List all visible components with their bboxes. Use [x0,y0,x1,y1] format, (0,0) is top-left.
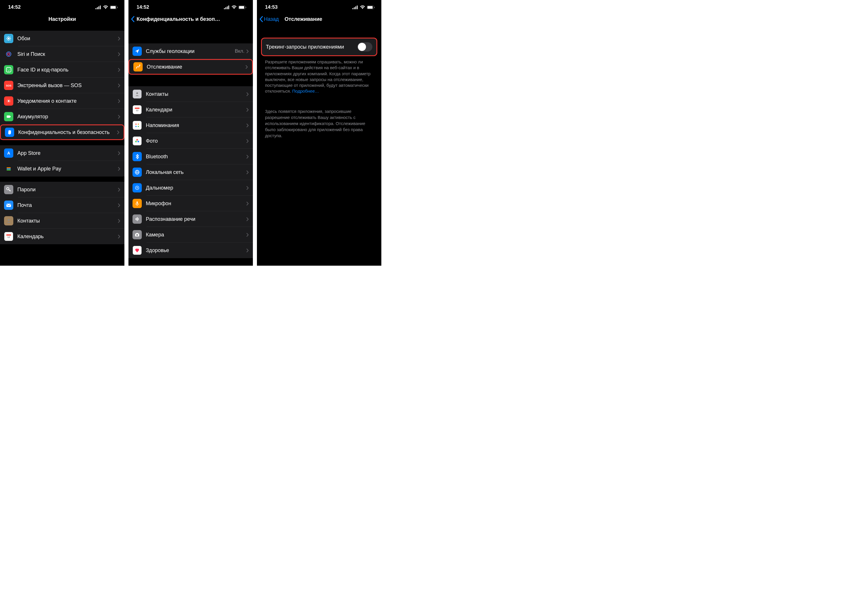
back-button[interactable]: Назад [259,16,279,22]
svg-point-55 [135,141,137,143]
svg-text:A: A [7,151,10,155]
contacts-icon [4,216,13,225]
svg-rect-48 [135,108,140,109]
svg-point-45 [139,65,140,66]
settings-row[interactable]: Микрофон [129,195,253,211]
settings-row[interactable]: Аккумулятор [0,109,124,124]
svg-rect-43 [239,6,244,9]
tracking-toggle[interactable] [357,42,372,51]
svg-rect-62 [136,201,138,204]
tracking-description: Разрешите приложениям спрашивать, можно … [257,56,381,95]
tracking-requests-row[interactable]: Трекинг-запросы приложениями [261,38,377,56]
settings-row[interactable]: Face ID и код-пароль [0,62,124,77]
key-icon [4,185,13,194]
settings-row[interactable]: 12Календари [129,102,253,118]
switch-knob [358,43,366,51]
signal-icon [352,6,358,9]
svg-point-61 [136,187,138,188]
status-bar: 14:53 [257,0,381,13]
svg-rect-73 [374,7,375,8]
settings-row[interactable]: Локальная сеть [129,164,253,180]
location-icon [133,46,142,56]
battery-icon [239,6,246,9]
svg-point-54 [136,139,138,141]
svg-rect-1 [97,7,98,9]
settings-row[interactable]: Дальномер [129,180,253,195]
screen-settings: 14:52 Настройки ОбоиSiri и ПоискFace ID … [0,0,124,266]
svg-point-53 [138,126,139,127]
signal-icon [224,6,230,9]
settings-row[interactable]: Обои [0,31,124,46]
page-title: Конфиденциальность и безоп… [136,16,220,22]
row-label: Распознавание речи [146,216,246,223]
row-label: Пароли [17,186,118,193]
settings-row[interactable]: Распознавание речи [129,211,253,227]
settings-row[interactable]: Почта [0,197,124,213]
chevron-right-icon [246,92,249,96]
svg-rect-41 [228,6,229,9]
row-label: App Store [17,150,118,157]
settings-row[interactable]: Отслеживание [129,59,253,75]
reminders-icon [133,121,142,130]
status-bar: 14:52 [0,0,124,13]
settings-row[interactable]: Службы геолокацииВкл. [129,43,253,59]
svg-rect-33 [6,204,11,207]
nav-bar: Конфиденциальность и безоп… [129,13,253,25]
settings-row[interactable]: Контакты [129,86,253,102]
appstore-icon: A [4,149,13,158]
settings-row[interactable]: Wallet и Apple Pay [0,161,124,177]
chevron-right-icon [118,68,120,72]
svg-point-20 [9,69,10,70]
chevron-right-icon [118,234,120,239]
svg-line-15 [7,39,8,40]
chevron-right-icon [118,151,120,155]
settings-row[interactable]: Контакты [0,213,124,229]
chevron-right-icon [117,130,119,135]
svg-point-30 [7,188,9,190]
svg-line-12 [7,37,8,38]
nav-bar: Назад Отслеживание [257,13,381,25]
wifi-icon [103,6,108,9]
chevron-right-icon [118,167,120,171]
settings-row[interactable]: Здоровье [129,243,253,258]
chevron-right-icon [246,217,249,222]
learn-more-link[interactable]: Подробнее… [292,88,319,93]
page-title: Настройки [0,16,124,22]
row-label: Контакты [17,218,118,224]
settings-row[interactable]: Siri и Поиск [0,46,124,62]
settings-row[interactable]: Конфиденциальность и безопасность [0,124,124,140]
row-label: Службы геолокации [146,48,235,55]
row-label: Siri и Поиск [17,51,118,57]
faceid-icon [4,65,13,74]
row-label: Микрофон [146,200,246,207]
svg-rect-44 [246,7,246,8]
siri-icon [4,50,13,59]
svg-text:SOS: SOS [6,84,11,87]
settings-row[interactable]: Bluetooth [129,149,253,164]
svg-line-32 [10,190,11,191]
settings-row[interactable]: Фото [129,133,253,149]
row-label: Контакты [146,91,246,98]
settings-row[interactable]: 12Календарь [0,229,124,244]
chevron-left-icon [131,16,135,22]
svg-rect-18 [6,67,11,72]
svg-rect-66 [136,233,138,234]
status-bar: 14:52 [129,0,253,13]
settings-row[interactable]: SOSЭкстренный вызов — SOS [0,77,124,93]
svg-point-34 [8,219,9,221]
row-label: Bluetooth [146,153,246,160]
settings-row[interactable]: AApp Store [0,145,124,161]
chevron-right-icon [246,248,249,253]
settings-row[interactable]: Напоминания [129,118,253,133]
ruler-icon [133,183,142,192]
row-label: Wallet и Apple Pay [17,166,118,172]
svg-rect-67 [352,8,353,9]
svg-rect-68 [354,7,355,9]
settings-row[interactable]: Пароли [0,182,124,197]
settings-row[interactable]: Камера [129,227,253,243]
back-button[interactable] [131,16,135,22]
settings-row[interactable]: Уведомления о контакте [0,93,124,109]
svg-rect-70 [357,6,358,9]
row-label: Локальная сеть [146,169,246,176]
svg-point-7 [8,38,9,39]
